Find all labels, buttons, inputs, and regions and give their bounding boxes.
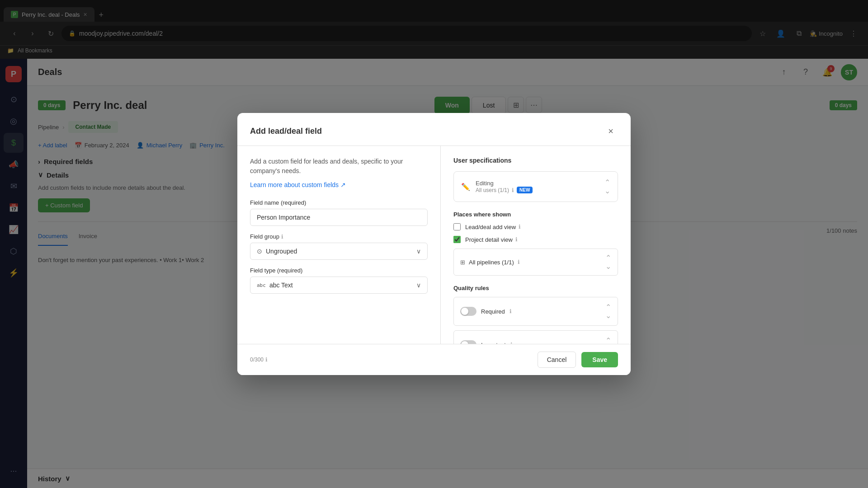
char-count-info-icon[interactable]: ℹ xyxy=(265,357,268,363)
all-pipelines-info-icon[interactable]: ℹ xyxy=(518,259,520,265)
modal-header: Add lead/deal field × xyxy=(237,113,631,146)
modal-title: Add lead/deal field xyxy=(250,127,322,136)
editing-chevron-icon: ⌃⌄ xyxy=(604,178,610,195)
lead-add-info-icon[interactable]: ℹ xyxy=(519,224,521,230)
editing-label: Editing xyxy=(476,180,533,187)
important-toggle[interactable] xyxy=(460,340,476,344)
field-name-input[interactable] xyxy=(250,209,428,226)
pipeline-select[interactable]: ⊞ All pipelines (1/1) ℹ ⌃⌄ xyxy=(453,249,618,276)
field-group-value: Ungrouped xyxy=(266,248,297,255)
lead-add-view-label: Lead/deal add view ℹ xyxy=(465,224,521,230)
editing-sub: All users (1/1) ℹ NEW xyxy=(476,187,533,193)
project-detail-info-icon[interactable]: ℹ xyxy=(515,236,518,243)
modal-footer: 0/300 ℹ Cancel Save xyxy=(237,344,631,375)
editing-box-left: ✏️ Editing All users (1/1) ℹ NEW xyxy=(461,180,533,193)
field-type-select[interactable]: abc abc Text ∨ xyxy=(250,277,428,294)
pipeline-select-chevron-icon: ⌃⌄ xyxy=(605,253,611,271)
required-row: Required ℹ ⌃⌄ xyxy=(453,297,618,326)
field-group-group: Field group ℹ ⊙ Ungrouped ∨ xyxy=(250,233,428,260)
field-type-value: abc Text xyxy=(269,282,293,289)
important-chevron-icon: ⌃⌄ xyxy=(605,336,611,344)
required-row-left: Required ℹ xyxy=(460,307,512,316)
new-badge: NEW xyxy=(517,187,533,193)
field-type-group: Field type (required) abc abc Text ∨ xyxy=(250,267,428,294)
editing-box[interactable]: ✏️ Editing All users (1/1) ℹ NEW ⌃⌄ xyxy=(453,171,618,202)
field-group-label: Field group ℹ xyxy=(250,233,428,240)
learn-more-link[interactable]: Learn more about custom fields ↗ xyxy=(250,181,428,188)
editing-users: All users (1/1) xyxy=(476,187,509,193)
external-link-icon: ↗ xyxy=(340,181,346,188)
required-chevron-icon: ⌃⌄ xyxy=(605,303,611,320)
modal-body: Add a custom field for leads and deals, … xyxy=(237,146,631,344)
project-detail-view-row: Project detail view ℹ xyxy=(453,236,618,243)
user-specs-title: User specifications xyxy=(453,157,618,164)
cancel-button[interactable]: Cancel xyxy=(538,352,576,368)
pencil-icon: ✏️ xyxy=(461,183,470,191)
editing-info-icon[interactable]: ℹ xyxy=(512,187,514,193)
field-group-select[interactable]: ⊙ Ungrouped ∨ xyxy=(250,243,428,260)
field-type-label: Field type (required) xyxy=(250,267,428,274)
field-group-chevron-icon: ∨ xyxy=(416,248,421,255)
important-row: Important ℹ ⌃⌄ xyxy=(453,330,618,344)
project-detail-checkbox[interactable] xyxy=(453,236,461,243)
modal-right-panel: User specifications ✏️ Editing All users… xyxy=(441,146,631,344)
save-button[interactable]: Save xyxy=(581,352,618,367)
modal: Add lead/deal field × Add a custom field… xyxy=(237,113,631,375)
lead-add-view-row: Lead/deal add view ℹ xyxy=(453,223,618,230)
all-pipelines-label: All pipelines (1/1) xyxy=(469,259,514,266)
field-type-select-icon: abc xyxy=(257,282,266,288)
char-count: 0/300 ℹ xyxy=(250,357,268,363)
important-toggle-knob xyxy=(461,341,468,344)
field-name-label: Field name (required) xyxy=(250,199,428,206)
field-type-chevron-icon: ∨ xyxy=(416,282,421,289)
places-title: Places where shown xyxy=(453,211,618,218)
field-group-info-icon[interactable]: ℹ xyxy=(281,234,283,240)
field-group-select-icon: ⊙ xyxy=(257,248,262,255)
required-toggle-knob xyxy=(461,308,468,315)
modal-description: Add a custom field for leads and deals, … xyxy=(250,157,428,176)
quality-title: Quality rules xyxy=(453,285,618,291)
required-toggle[interactable] xyxy=(460,307,476,316)
project-detail-label: Project detail view ℹ xyxy=(465,236,518,243)
pipeline-select-left: ⊞ All pipelines (1/1) ℹ xyxy=(460,259,520,266)
pipeline-select-icon: ⊞ xyxy=(460,259,465,266)
required-info-icon[interactable]: ℹ xyxy=(509,308,512,314)
modal-left-panel: Add a custom field for leads and deals, … xyxy=(237,146,441,344)
modal-close-button[interactable]: × xyxy=(604,124,618,138)
required-label: Required xyxy=(481,308,505,315)
field-name-group: Field name (required) xyxy=(250,199,428,233)
important-row-left: Important ℹ xyxy=(460,340,513,344)
modal-overlay[interactable]: Add lead/deal field × Add a custom field… xyxy=(0,0,868,488)
lead-add-view-checkbox[interactable] xyxy=(453,223,461,230)
